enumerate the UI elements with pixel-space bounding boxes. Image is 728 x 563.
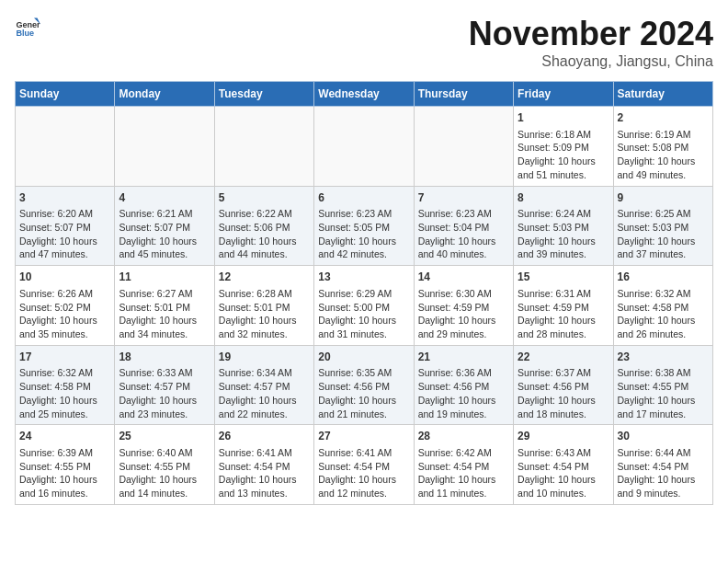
day-number: 18	[119, 350, 210, 365]
day-info-line: Daylight: 10 hours and 49 minutes.	[618, 155, 709, 181]
day-info-line: Daylight: 10 hours and 37 minutes.	[618, 235, 709, 261]
calendar-day-cell	[414, 107, 513, 187]
day-info-line: Daylight: 10 hours and 34 minutes.	[119, 314, 210, 340]
day-info-line: Sunrise: 6:31 AM	[518, 287, 609, 301]
calendar-day-cell: 9Sunrise: 6:25 AMSunset: 5:03 PMDaylight…	[613, 186, 712, 266]
day-info-line: Sunrise: 6:35 AM	[318, 366, 409, 380]
calendar-day-cell	[115, 107, 214, 187]
calendar-day-cell: 27Sunrise: 6:41 AMSunset: 4:54 PMDayligh…	[314, 425, 414, 505]
day-info-line: Sunrise: 6:44 AM	[618, 446, 709, 460]
day-number: 3	[19, 190, 110, 206]
day-info-line: Daylight: 10 hours and 26 minutes.	[618, 314, 709, 340]
day-info-line: Sunset: 4:58 PM	[618, 301, 709, 315]
calendar-day-cell	[314, 107, 414, 187]
day-info-line: Sunrise: 6:25 AM	[618, 207, 709, 221]
day-info-line: Sunset: 4:54 PM	[219, 460, 310, 474]
day-info-line: Daylight: 10 hours and 17 minutes.	[618, 394, 709, 420]
calendar-day-cell: 23Sunrise: 6:38 AMSunset: 4:55 PMDayligh…	[613, 345, 712, 425]
day-number: 23	[618, 350, 709, 365]
calendar-day-cell: 12Sunrise: 6:28 AMSunset: 5:01 PMDayligh…	[214, 266, 313, 346]
day-number: 10	[19, 270, 110, 285]
day-info-line: Sunset: 5:03 PM	[618, 221, 709, 235]
day-number: 27	[318, 429, 409, 444]
day-info-line: Sunrise: 6:26 AM	[19, 287, 110, 301]
day-info-line: Sunrise: 6:41 AM	[219, 446, 310, 460]
calendar-day-cell: 7Sunrise: 6:23 AMSunset: 5:04 PMDaylight…	[414, 186, 513, 266]
day-number: 28	[418, 429, 509, 444]
day-info-line: Daylight: 10 hours and 29 minutes.	[418, 314, 509, 340]
day-info-line: Daylight: 10 hours and 14 minutes.	[119, 473, 210, 500]
logo-icon: General Blue	[15, 15, 40, 40]
calendar-day-cell: 29Sunrise: 6:43 AMSunset: 4:54 PMDayligh…	[514, 425, 613, 505]
calendar-day-cell: 14Sunrise: 6:30 AMSunset: 4:59 PMDayligh…	[414, 266, 513, 346]
day-number: 1	[518, 110, 609, 126]
day-number: 19	[219, 350, 310, 365]
calendar-day-cell: 18Sunrise: 6:33 AMSunset: 4:57 PMDayligh…	[115, 345, 214, 425]
day-number: 20	[318, 350, 409, 365]
day-info-line: Sunrise: 6:21 AM	[119, 207, 210, 221]
day-info-line: Daylight: 10 hours and 31 minutes.	[318, 314, 409, 340]
day-number: 22	[518, 350, 609, 365]
calendar-day-cell: 17Sunrise: 6:32 AMSunset: 4:58 PMDayligh…	[16, 345, 115, 425]
day-info-line: Sunset: 5:00 PM	[318, 301, 409, 315]
day-info-line: Sunset: 4:59 PM	[518, 301, 609, 315]
day-info-line: Sunset: 4:55 PM	[119, 460, 210, 474]
calendar-header-friday: Friday	[514, 82, 613, 107]
day-info-line: Sunset: 5:07 PM	[19, 221, 110, 235]
day-info-line: Sunrise: 6:18 AM	[518, 128, 609, 142]
day-info-line: Sunrise: 6:19 AM	[618, 128, 709, 142]
day-info-line: Daylight: 10 hours and 21 minutes.	[318, 394, 409, 420]
day-info-line: Sunrise: 6:20 AM	[19, 207, 110, 221]
svg-text:Blue: Blue	[16, 29, 34, 38]
day-info-line: Sunrise: 6:29 AM	[318, 287, 409, 301]
day-info-line: Sunset: 5:07 PM	[119, 221, 210, 235]
calendar-day-cell: 2Sunrise: 6:19 AMSunset: 5:08 PMDaylight…	[613, 107, 712, 187]
calendar-day-cell	[16, 107, 115, 187]
calendar-day-cell: 25Sunrise: 6:40 AMSunset: 4:55 PMDayligh…	[115, 425, 214, 505]
calendar-day-cell: 5Sunrise: 6:22 AMSunset: 5:06 PMDaylight…	[214, 186, 313, 266]
day-number: 13	[318, 270, 409, 285]
day-info-line: Daylight: 10 hours and 23 minutes.	[119, 394, 210, 420]
day-info-line: Sunrise: 6:40 AM	[119, 446, 210, 460]
location-subtitle: Shaoyang, Jiangsu, China	[469, 53, 713, 70]
page-header: General Blue November 2024 Shaoyang, Jia…	[15, 15, 713, 70]
calendar-week-row: 1Sunrise: 6:18 AMSunset: 5:09 PMDaylight…	[16, 107, 713, 187]
day-info-line: Sunrise: 6:28 AM	[219, 287, 310, 301]
title-block: November 2024 Shaoyang, Jiangsu, China	[469, 15, 713, 70]
day-info-line: Sunset: 4:56 PM	[318, 380, 409, 394]
day-info-line: Sunset: 4:54 PM	[318, 460, 409, 474]
day-number: 24	[19, 429, 110, 444]
day-info-line: Sunset: 5:01 PM	[219, 301, 310, 315]
day-info-line: Sunset: 5:08 PM	[618, 141, 709, 155]
day-info-line: Daylight: 10 hours and 25 minutes.	[19, 394, 110, 420]
day-number: 30	[618, 429, 709, 444]
day-info-line: Daylight: 10 hours and 18 minutes.	[518, 394, 609, 420]
day-info-line: Sunset: 5:05 PM	[318, 221, 409, 235]
day-info-line: Sunset: 4:54 PM	[618, 460, 709, 474]
day-info-line: Daylight: 10 hours and 22 minutes.	[219, 394, 310, 420]
day-info-line: Daylight: 10 hours and 11 minutes.	[418, 473, 509, 500]
day-info-line: Daylight: 10 hours and 45 minutes.	[119, 235, 210, 261]
calendar-day-cell: 30Sunrise: 6:44 AMSunset: 4:54 PMDayligh…	[613, 425, 712, 505]
day-info-line: Sunset: 4:56 PM	[418, 380, 509, 394]
day-info-line: Sunrise: 6:22 AM	[219, 207, 310, 221]
calendar-day-cell: 8Sunrise: 6:24 AMSunset: 5:03 PMDaylight…	[514, 186, 613, 266]
calendar-day-cell: 4Sunrise: 6:21 AMSunset: 5:07 PMDaylight…	[115, 186, 214, 266]
day-info-line: Sunset: 4:55 PM	[618, 380, 709, 394]
day-number: 29	[518, 429, 609, 444]
day-info-line: Sunset: 4:54 PM	[418, 460, 509, 474]
day-info-line: Daylight: 10 hours and 35 minutes.	[19, 314, 110, 340]
calendar-day-cell: 3Sunrise: 6:20 AMSunset: 5:07 PMDaylight…	[16, 186, 115, 266]
calendar-header-saturday: Saturday	[613, 82, 712, 107]
day-number: 17	[19, 350, 110, 365]
day-info-line: Daylight: 10 hours and 44 minutes.	[219, 235, 310, 261]
day-info-line: Sunrise: 6:33 AM	[119, 366, 210, 380]
calendar-day-cell: 28Sunrise: 6:42 AMSunset: 4:54 PMDayligh…	[414, 425, 513, 505]
calendar-header-sunday: Sunday	[16, 82, 115, 107]
calendar-header-row: SundayMondayTuesdayWednesdayThursdayFrid…	[16, 82, 713, 107]
day-info-line: Daylight: 10 hours and 19 minutes.	[418, 394, 509, 420]
day-info-line: Sunset: 4:56 PM	[518, 380, 609, 394]
day-info-line: Sunrise: 6:37 AM	[518, 366, 609, 380]
day-info-line: Sunset: 5:06 PM	[219, 221, 310, 235]
day-number: 9	[618, 190, 709, 206]
